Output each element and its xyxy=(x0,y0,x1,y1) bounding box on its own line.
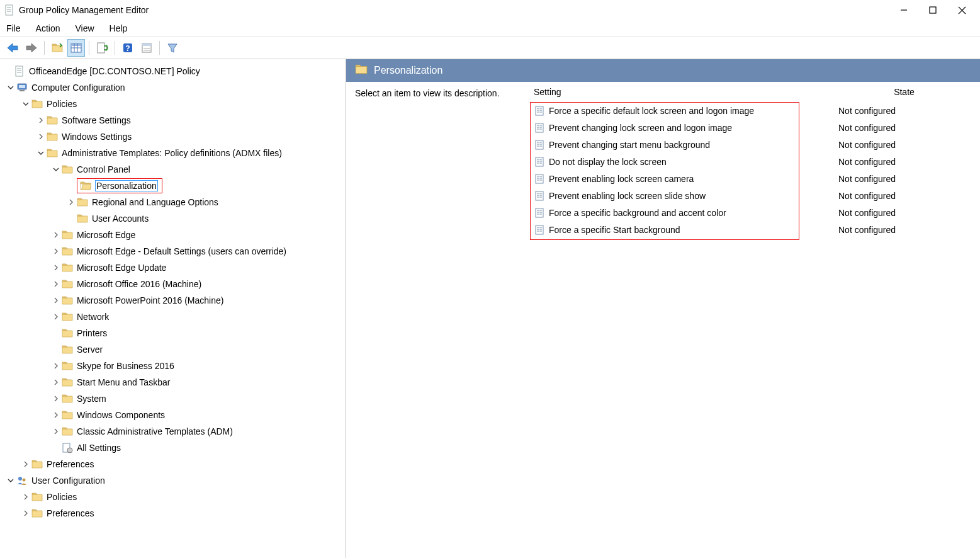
list-header-row: Setting State xyxy=(529,86,980,102)
chevron-down-icon[interactable] xyxy=(6,83,15,92)
tree-system[interactable]: System xyxy=(0,390,346,407)
chevron-right-icon[interactable] xyxy=(21,460,30,469)
chevron-right-icon[interactable] xyxy=(52,378,60,387)
tree-regional[interactable]: Regional and Language Options xyxy=(0,194,346,210)
chevron-right-icon[interactable] xyxy=(52,231,60,239)
policy-icon xyxy=(534,122,545,134)
chevron-right-icon[interactable] xyxy=(52,312,60,321)
list-row[interactable]: Prevent enabling lock screen slide showN… xyxy=(529,187,980,204)
list-row[interactable]: Prevent enabling lock screen cameraNot c… xyxy=(529,170,980,187)
chevron-right-icon[interactable] xyxy=(52,296,60,305)
tree-user-accounts[interactable]: User Accounts xyxy=(0,210,346,227)
list-row[interactable]: Prevent changing start menu backgroundNo… xyxy=(529,136,980,153)
list-row[interactable]: Force a specific Start backgroundNot con… xyxy=(529,221,980,238)
policy-icon xyxy=(534,139,545,151)
menu-file[interactable]: File xyxy=(4,22,28,35)
toolbar-separator xyxy=(89,41,89,55)
show-hide-tree-button[interactable] xyxy=(67,39,85,57)
tree-software-settings[interactable]: Software Settings xyxy=(0,112,346,128)
row-state-label: Not configured xyxy=(833,140,975,150)
list-row[interactable]: Do not display the lock screenNot config… xyxy=(529,153,980,170)
tree-label: Printers xyxy=(77,328,107,338)
chevron-right-icon[interactable] xyxy=(37,132,45,141)
folder-open-icon xyxy=(80,180,91,191)
list-row[interactable]: Prevent changing lock screen and logon i… xyxy=(529,119,980,136)
tree-edge[interactable]: Microsoft Edge xyxy=(0,227,346,243)
computer-icon xyxy=(16,82,28,93)
tree-printers[interactable]: Printers xyxy=(0,325,346,341)
blank-caret xyxy=(67,214,76,223)
chevron-right-icon[interactable] xyxy=(21,493,30,501)
close-button[interactable] xyxy=(947,0,976,20)
tree-skype[interactable]: Skype for Business 2016 xyxy=(0,358,346,374)
export-list-button[interactable] xyxy=(93,39,111,57)
list-row[interactable]: Force a specific default lock screen and… xyxy=(529,102,980,119)
tree-label: Network xyxy=(77,312,109,322)
folder-icon xyxy=(62,278,73,290)
chevron-right-icon[interactable] xyxy=(21,509,30,518)
folder-icon xyxy=(31,98,43,110)
tree-start-menu[interactable]: Start Menu and Taskbar xyxy=(0,374,346,390)
tree-control-panel[interactable]: Control Panel xyxy=(0,161,346,178)
back-button[interactable] xyxy=(4,39,21,57)
column-header-state[interactable]: State xyxy=(833,87,975,97)
row-setting-label: Do not display the lock screen xyxy=(549,157,833,167)
folder-icon xyxy=(355,63,368,78)
tree-preferences[interactable]: Preferences xyxy=(0,456,346,472)
toolbar-separator xyxy=(115,41,115,55)
chevron-down-icon[interactable] xyxy=(6,476,15,485)
folder-icon xyxy=(47,131,58,142)
minimize-button[interactable] xyxy=(889,0,918,20)
tree-admin-templates[interactable]: Administrative Templates: Policy definit… xyxy=(0,145,346,161)
chevron-right-icon[interactable] xyxy=(52,427,60,436)
blank-caret xyxy=(52,345,60,354)
tree-label: Software Settings xyxy=(62,115,131,125)
help-button[interactable] xyxy=(119,39,137,57)
properties-button[interactable] xyxy=(138,39,155,57)
chevron-right-icon[interactable] xyxy=(52,394,60,403)
chevron-right-icon[interactable] xyxy=(52,411,60,419)
tree-personalization[interactable]: Personalization xyxy=(0,178,346,194)
chevron-down-icon[interactable] xyxy=(52,165,60,174)
forward-button[interactable] xyxy=(23,39,40,57)
chevron-down-icon[interactable] xyxy=(37,149,45,157)
folder-icon xyxy=(62,426,73,437)
chevron-right-icon[interactable] xyxy=(67,198,76,207)
tree-all-settings[interactable]: All Settings xyxy=(0,440,346,456)
chevron-right-icon[interactable] xyxy=(52,263,60,272)
menu-action[interactable]: Action xyxy=(28,22,68,35)
tree-classic-adm[interactable]: Classic Administrative Templates (ADM) xyxy=(0,423,346,440)
tree-windows-settings[interactable]: Windows Settings xyxy=(0,128,346,145)
tree-policies[interactable]: Policies xyxy=(0,96,346,112)
tree-user-configuration[interactable]: User Configuration xyxy=(0,472,346,489)
chevron-right-icon[interactable] xyxy=(52,247,60,256)
filter-button[interactable] xyxy=(164,39,181,57)
tree-windows-components[interactable]: Windows Components xyxy=(0,407,346,423)
users-icon xyxy=(16,475,28,486)
chevron-right-icon[interactable] xyxy=(37,116,45,125)
tree-powerpoint-2016[interactable]: Microsoft PowerPoint 2016 (Machine) xyxy=(0,292,346,309)
maximize-button[interactable] xyxy=(918,0,947,20)
nav-tree[interactable]: OfficeandEdge [DC.CONTOSO.NET] Policy Co… xyxy=(0,59,346,558)
tree-edge-update[interactable]: Microsoft Edge Update xyxy=(0,259,346,276)
tree-server[interactable]: Server xyxy=(0,341,346,358)
tree-edge-default[interactable]: Microsoft Edge - Default Settings (users… xyxy=(0,243,346,259)
policy-icon xyxy=(534,224,545,236)
menu-view[interactable]: View xyxy=(67,22,101,35)
tree-user-preferences[interactable]: Preferences xyxy=(0,505,346,521)
list-row[interactable]: Force a specific background and accent c… xyxy=(529,204,980,221)
tree-computer-configuration[interactable]: Computer Configuration xyxy=(0,79,346,96)
tree-root[interactable]: OfficeandEdge [DC.CONTOSO.NET] Policy xyxy=(0,63,346,79)
chevron-right-icon[interactable] xyxy=(52,280,60,288)
chevron-right-icon[interactable] xyxy=(52,362,60,370)
tree-network[interactable]: Network xyxy=(0,309,346,325)
up-one-level-button[interactable] xyxy=(48,39,66,57)
tree-user-policies[interactable]: Policies xyxy=(0,489,346,505)
tree-office-2016[interactable]: Microsoft Office 2016 (Machine) xyxy=(0,276,346,292)
row-state-label: Not configured xyxy=(833,208,975,218)
chevron-down-icon[interactable] xyxy=(21,100,30,108)
menu-help[interactable]: Help xyxy=(102,22,135,35)
column-header-setting[interactable]: Setting xyxy=(534,87,833,97)
folder-icon xyxy=(62,262,73,273)
row-state-label: Not configured xyxy=(833,106,975,116)
